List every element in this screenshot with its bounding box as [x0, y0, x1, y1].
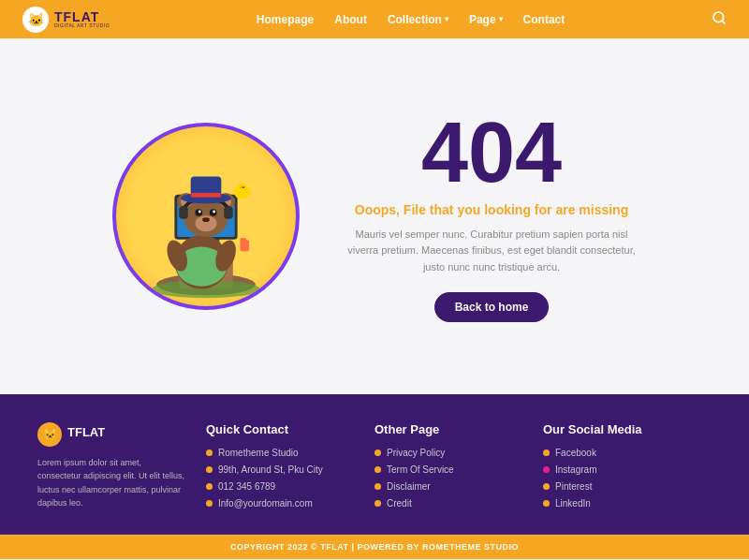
svg-rect-23 [179, 206, 188, 218]
footer-pages-list: Privacy Policy Term Of Service Disclaime… [374, 448, 543, 508]
chevron-down-icon: ▾ [499, 15, 503, 23]
bullet-dot [374, 466, 381, 473]
nav-contact[interactable]: Contact [523, 13, 565, 26]
svg-point-20 [198, 211, 201, 214]
list-item: Credit [374, 498, 543, 508]
list-item: Disclaimer [374, 481, 543, 492]
error-subtitle: Ooops, File that you looking for are mis… [346, 202, 637, 217]
logo-icon: 🐱 [22, 7, 49, 33]
list-item: 012 345 6789 [206, 481, 374, 492]
bullet-dot [374, 449, 381, 456]
bullet-dot [374, 483, 381, 490]
list-item: 99th, Around St, Pku City [206, 464, 374, 475]
footer-copyright: COPYRIGHT 2022 © TFLAT | POWERED BY ROME… [0, 535, 749, 559]
back-to-home-button[interactable]: Back to home [434, 292, 550, 322]
bullet-dot [206, 466, 213, 473]
list-item[interactable]: LinkedIn [543, 498, 712, 508]
svg-rect-24 [224, 206, 233, 218]
footer-social-list: Facebook Instagram Pinterest LinkedIn [543, 448, 712, 508]
error-text-area: 404 Ooops, File that you looking for are… [346, 111, 637, 323]
footer-logo: 🐱 TFLAT DIGITAL ART STUDIO [37, 422, 206, 447]
footer-contact-title: Quick Contact [206, 422, 374, 436]
bullet-dot [543, 483, 550, 490]
list-item: Rometheme Studio [206, 448, 374, 458]
bullet-dot [374, 500, 381, 507]
bullet-dot [206, 500, 213, 507]
bear-illustration [116, 123, 296, 306]
site-header: 🐱 TFLAT DIGITAL ART STUDIO Homepage Abou… [0, 0, 749, 38]
bullet-dot [206, 449, 213, 456]
footer-main: 🐱 TFLAT DIGITAL ART STUDIO Lorem ipsum d… [0, 394, 749, 535]
svg-point-22 [202, 217, 210, 222]
search-icon[interactable] [712, 10, 727, 28]
bullet-dot [543, 466, 550, 473]
footer-col-social: Our Social Media Facebook Instagram Pint… [543, 422, 712, 515]
footer-description: Lorem ipsum dolor sit amet, consectetur … [37, 456, 187, 510]
list-item: Info@yourdomain.com [206, 498, 374, 508]
logo-text: TFLAT DIGITAL ART STUDIO [54, 10, 110, 28]
footer-contact-list: Rometheme Studio 99th, Around St, Pku Ci… [206, 448, 374, 508]
logo[interactable]: 🐱 TFLAT DIGITAL ART STUDIO [22, 7, 110, 33]
list-item: Term Of Service [374, 464, 543, 475]
footer-col-brand: 🐱 TFLAT DIGITAL ART STUDIO Lorem ipsum d… [37, 422, 206, 515]
error-description: Mauris vel semper nunc. Curabitur pretiu… [346, 227, 637, 276]
chevron-down-icon: ▾ [445, 15, 448, 23]
nav-homepage[interactable]: Homepage [257, 13, 314, 26]
list-item[interactable]: Pinterest [543, 481, 712, 492]
error-section: 404 Ooops, File that you looking for are… [112, 111, 637, 323]
bullet-dot [206, 483, 213, 490]
svg-rect-27 [191, 193, 222, 198]
bullet-dot [543, 449, 550, 456]
nav-page[interactable]: Page ▾ [469, 13, 503, 26]
site-footer: 🐱 TFLAT DIGITAL ART STUDIO Lorem ipsum d… [0, 394, 749, 559]
error-illustration [112, 123, 300, 310]
error-code: 404 [346, 111, 637, 195]
footer-logo-title: TFLAT [67, 425, 123, 439]
svg-point-35 [244, 228, 257, 241]
nav-about[interactable]: About [334, 13, 367, 26]
svg-point-21 [213, 211, 215, 214]
nav-collection[interactable]: Collection ▾ [388, 13, 448, 26]
main-nav: Homepage About Collection ▾ Page ▾ Conta… [257, 13, 565, 26]
footer-col-contact: Quick Contact Rometheme Studio 99th, Aro… [206, 422, 374, 515]
footer-social-title: Our Social Media [543, 422, 712, 436]
list-item[interactable]: Instagram [543, 464, 712, 475]
bullet-dot [543, 500, 550, 507]
footer-col-pages: Other Page Privacy Policy Term Of Servic… [374, 422, 543, 515]
svg-line-1 [722, 21, 725, 23]
main-content: 404 Ooops, File that you looking for are… [0, 38, 749, 394]
footer-pages-title: Other Page [374, 422, 543, 436]
svg-point-31 [242, 186, 244, 188]
logo-subtitle: DIGITAL ART STUDIO [54, 23, 110, 28]
list-item: Privacy Policy [374, 448, 543, 458]
footer-logo-subtitle: DIGITAL ART STUDIO [67, 439, 123, 445]
list-item[interactable]: Facebook [543, 448, 712, 458]
footer-logo-icon: 🐱 [37, 422, 62, 447]
logo-title: TFLAT [54, 10, 110, 23]
